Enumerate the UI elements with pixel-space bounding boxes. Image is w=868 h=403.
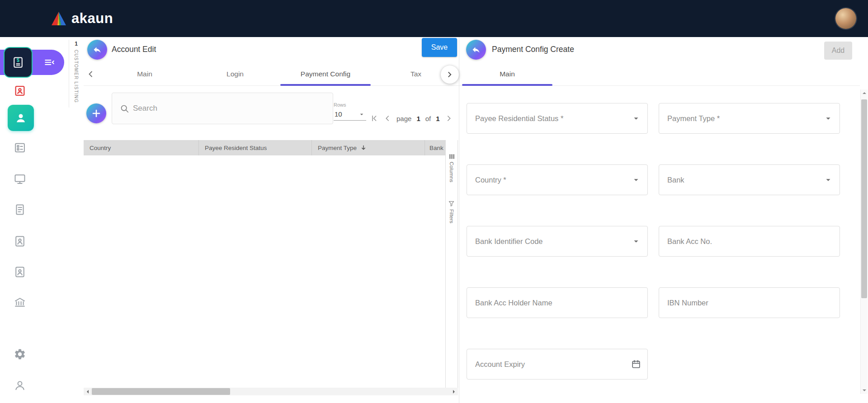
field-ibn-number[interactable]: IBN Number	[659, 287, 840, 318]
page-word: page	[396, 115, 411, 122]
contact-red-icon	[14, 84, 26, 97]
vertical-scrollbar[interactable]	[860, 89, 868, 394]
dropdown-caret-icon	[823, 113, 833, 123]
scroll-right-arrow[interactable]	[450, 388, 458, 395]
account-edit-panel: Account Edit Save Main Login Payment Con…	[84, 37, 459, 403]
bank-icon	[14, 296, 26, 309]
total-pages: 1	[436, 115, 439, 122]
tab-main[interactable]: Main	[462, 62, 552, 86]
field-bank[interactable]: Bank	[659, 164, 840, 195]
tab-main[interactable]: Main	[99, 62, 190, 86]
document-user-icon	[14, 266, 26, 278]
column-header-bank[interactable]: Bank	[425, 140, 445, 155]
table-side-strip: Columns Filters	[445, 140, 458, 388]
field-country[interactable]: Country *	[467, 164, 648, 195]
search-icon	[120, 104, 129, 113]
settings-gear-icon	[14, 348, 26, 361]
table-search	[112, 93, 333, 124]
pagination: page 1 of 1	[370, 109, 466, 127]
tabs-scroll-right-button[interactable]	[441, 66, 459, 84]
dropdown-caret-icon	[631, 113, 641, 123]
monitor-icon	[14, 173, 26, 185]
vertical-scrollbar-thumb[interactable]	[861, 99, 867, 298]
first-page-icon	[370, 114, 378, 122]
document-user-icon	[14, 235, 26, 248]
sidebar-item-settings[interactable]	[14, 348, 26, 361]
rows-per-page-select[interactable]: Rows 10	[334, 102, 366, 121]
sidebar-item-customer-doc[interactable]	[14, 235, 26, 248]
horizontal-scrollbar-thumb[interactable]	[92, 388, 230, 395]
back-button[interactable]	[466, 40, 486, 60]
tab-login[interactable]: Login	[190, 62, 280, 86]
field-payee-residential-status[interactable]: Payee Residential Status *	[467, 103, 648, 134]
field-bank-acc-holder-name[interactable]: Bank Acc Holder Name	[467, 287, 648, 318]
avatar[interactable]	[835, 8, 856, 29]
dropdown-caret-icon	[823, 175, 833, 185]
back-arrow-icon	[472, 45, 481, 54]
column-header-payment-type[interactable]: Payment Type	[312, 140, 425, 155]
form-icon	[14, 141, 26, 154]
field-bank-identifier-code[interactable]: Bank Identifier Code	[467, 226, 648, 257]
columns-panel-button[interactable]: Columns	[446, 154, 458, 182]
column-header-country[interactable]: Country	[84, 140, 199, 155]
app-root: akaun $	[0, 0, 868, 403]
tabs-scroll-left-button[interactable]	[86, 70, 95, 79]
calendar-icon	[631, 359, 641, 369]
sidebar-item-contact[interactable]	[14, 84, 26, 97]
payment-config-tabbar: Main	[459, 62, 860, 86]
first-page-button[interactable]	[370, 114, 378, 122]
filters-panel-button[interactable]: Filters	[446, 201, 458, 223]
filter-funnel-icon	[448, 201, 455, 207]
save-button[interactable]: Save	[422, 38, 457, 57]
of-word: of	[425, 115, 431, 122]
column-header-payee-resident-status[interactable]: Payee Resident Status	[199, 140, 312, 155]
receipt-icon	[14, 203, 26, 216]
chevron-right-icon	[446, 70, 454, 79]
scroll-down-arrow[interactable]	[861, 387, 868, 394]
customer-person-icon	[14, 111, 28, 125]
tab-payment-config[interactable]: Payment Config	[280, 62, 371, 86]
sidebar-item-terminal[interactable]	[14, 173, 26, 185]
table-body-empty	[84, 155, 445, 388]
scroll-up-arrow[interactable]	[861, 89, 868, 97]
sidebar-item-supplier-doc[interactable]	[14, 266, 26, 278]
page-title: Account Edit	[112, 45, 156, 54]
vertical-tab-label: CUSTOMER LISTING	[74, 50, 79, 103]
brand-logo-text: akaun	[71, 10, 113, 27]
prev-page-button[interactable]	[383, 114, 392, 122]
add-row-button[interactable]	[86, 103, 106, 123]
sidebar-item-forms[interactable]	[14, 141, 26, 154]
brand-triangle-icon	[51, 11, 67, 26]
search-input[interactable]	[133, 94, 327, 123]
field-bank-acc-no[interactable]: Bank Acc No.	[659, 226, 840, 257]
scroll-left-arrow[interactable]	[84, 388, 91, 395]
sort-desc-icon	[360, 145, 367, 151]
rows-label: Rows	[334, 102, 366, 108]
columns-label: Columns	[449, 162, 454, 182]
active-tab-indicator	[462, 84, 552, 86]
dropdown-caret-icon	[631, 175, 641, 185]
dropdown-caret-icon	[358, 111, 365, 118]
billing-module-button[interactable]: $	[4, 47, 33, 78]
sidebar-item-receipts[interactable]	[14, 203, 26, 216]
top-navbar: akaun	[0, 0, 868, 37]
vertical-tab-customer-listing[interactable]: 1 CUSTOMER LISTING	[69, 40, 83, 108]
table-header-row: Country Payee Resident Status Payment Ty…	[84, 140, 445, 155]
svg-text:$: $	[17, 57, 19, 63]
chevron-left-icon	[383, 114, 392, 122]
field-account-expiry[interactable]: Account Expiry	[467, 349, 648, 380]
sidebar-item-customer-active[interactable]	[8, 105, 34, 131]
back-button[interactable]	[87, 40, 107, 60]
page-title: Payment Config Create	[492, 45, 574, 54]
field-payment-type[interactable]: Payment Type *	[659, 103, 840, 134]
sidebar-item-bank[interactable]	[14, 296, 26, 309]
filters-label: Filters	[449, 209, 454, 223]
brand-logo: akaun	[51, 10, 113, 27]
dropdown-caret-icon	[631, 236, 641, 246]
rows-value: 10	[335, 110, 342, 118]
next-page-button[interactable]	[445, 114, 453, 122]
add-button[interactable]: Add	[824, 42, 852, 60]
columns-icon	[449, 154, 455, 159]
sidebar-item-profile[interactable]	[14, 379, 26, 392]
horizontal-scrollbar[interactable]	[84, 388, 458, 395]
